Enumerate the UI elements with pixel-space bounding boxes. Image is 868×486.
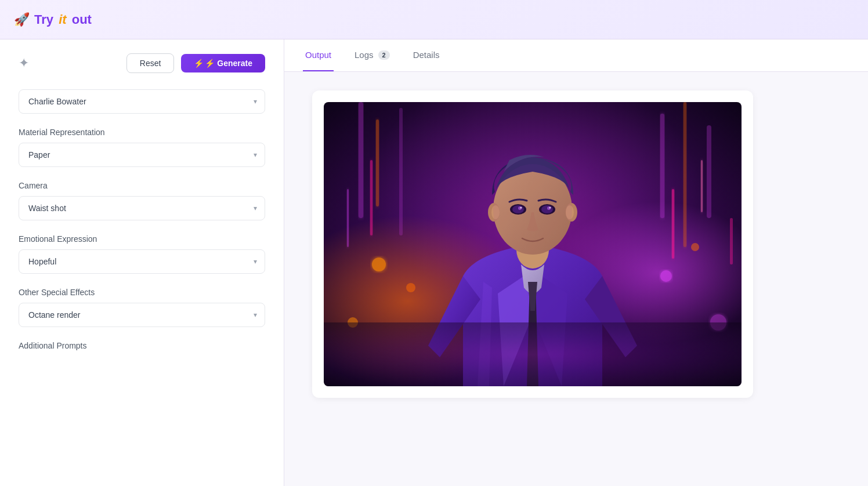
material-select[interactable]: Paper Oil Paint Watercolor Digital xyxy=(19,143,265,167)
material-label: Material Representation xyxy=(19,128,265,137)
svg-rect-16 xyxy=(672,189,674,259)
emotion-field[interactable]: Hopeful Joyful Melancholic Confident ▾ xyxy=(19,249,265,274)
tab-output[interactable]: Output xyxy=(303,39,334,71)
tabs-bar: Output Logs 2 Details xyxy=(284,39,868,72)
effects-select[interactable]: Octane render Ray tracing Volumetric lig… xyxy=(19,303,265,327)
svg-point-11 xyxy=(406,283,415,292)
camera-field[interactable]: Waist shot Full body Close-up Portrait ▾ xyxy=(19,196,265,220)
image-container xyxy=(312,90,753,398)
svg-rect-17 xyxy=(701,160,703,212)
rocket-icon: 🚀 xyxy=(14,12,30,27)
artist-field[interactable]: Charlie Bowater Greg Rutkowski Artgerm ▾ xyxy=(19,89,265,114)
sidebar: ✦ Reset ⚡ ⚡ Generate Charlie Bowater Gre… xyxy=(0,39,284,486)
camera-group: Camera Waist shot Full body Close-up Por… xyxy=(19,181,265,220)
title-it: it xyxy=(59,12,66,27)
svg-rect-4 xyxy=(359,102,363,218)
camera-select[interactable]: Waist shot Full body Close-up Portrait xyxy=(19,196,265,220)
generate-label: ⚡ Generate xyxy=(205,59,252,68)
title-out: out xyxy=(72,12,92,27)
svg-rect-6 xyxy=(399,108,403,235)
portrait-svg xyxy=(324,102,742,386)
generate-icon: ⚡ xyxy=(194,59,204,68)
svg-rect-20 xyxy=(347,189,349,247)
tab-details-label: Details xyxy=(413,50,440,60)
tab-output-label: Output xyxy=(305,50,331,60)
header: 🚀 Try it out xyxy=(0,0,868,39)
svg-point-10 xyxy=(372,257,386,271)
svg-point-35 xyxy=(493,164,572,255)
emotion-select[interactable]: Hopeful Joyful Melancholic Confident xyxy=(19,249,265,274)
svg-point-12 xyxy=(660,270,672,282)
tab-details[interactable]: Details xyxy=(411,39,442,71)
content-area: Output Logs 2 Details xyxy=(284,39,868,486)
main-layout: ✦ Reset ⚡ ⚡ Generate Charlie Bowater Gre… xyxy=(0,39,868,486)
svg-rect-5 xyxy=(376,119,379,206)
effects-group: Other Special Effects Octane render Ray … xyxy=(19,288,265,327)
svg-rect-36 xyxy=(324,322,742,386)
material-group: Material Representation Paper Oil Paint … xyxy=(19,128,265,167)
svg-point-13 xyxy=(691,243,699,251)
tab-logs-label: Logs xyxy=(355,50,374,60)
generated-image xyxy=(324,102,742,386)
emotion-group: Emotional Expression Hopeful Joyful Mela… xyxy=(19,234,265,274)
material-field[interactable]: Paper Oil Paint Watercolor Digital ▾ xyxy=(19,143,265,167)
sidebar-toolbar: ✦ Reset ⚡ ⚡ Generate xyxy=(19,53,265,73)
svg-rect-8 xyxy=(683,102,686,247)
tab-logs[interactable]: Logs 2 xyxy=(352,39,392,71)
svg-rect-18 xyxy=(730,218,733,264)
sparkle-icon: ✦ xyxy=(19,56,29,71)
svg-rect-9 xyxy=(707,125,711,218)
camera-label: Camera xyxy=(19,181,265,190)
output-area xyxy=(284,72,868,486)
reset-button[interactable]: Reset xyxy=(126,53,175,73)
logs-badge: 2 xyxy=(378,50,390,60)
svg-rect-19 xyxy=(370,160,372,235)
additional-group: Additional Prompts xyxy=(19,341,265,350)
additional-label: Additional Prompts xyxy=(19,341,265,350)
effects-label: Other Special Effects xyxy=(19,288,265,297)
title-try: Try xyxy=(34,12,53,27)
app-title: 🚀 Try it out xyxy=(14,12,92,27)
artist-select[interactable]: Charlie Bowater Greg Rutkowski Artgerm xyxy=(19,89,265,114)
emotion-label: Emotional Expression xyxy=(19,234,265,244)
generate-button[interactable]: ⚡ ⚡ Generate xyxy=(181,54,265,72)
effects-field[interactable]: Octane render Ray tracing Volumetric lig… xyxy=(19,303,265,327)
svg-rect-7 xyxy=(660,114,664,218)
